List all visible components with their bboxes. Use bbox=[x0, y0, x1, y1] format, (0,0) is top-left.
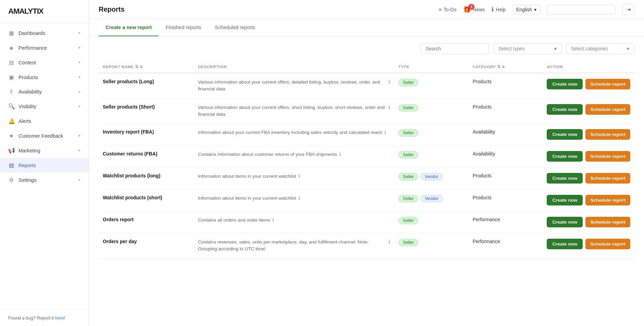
tab-create[interactable]: Create a new report bbox=[99, 19, 159, 36]
schedule-report-button-0[interactable]: Schedule report bbox=[585, 79, 630, 89]
info-icon-2[interactable]: ℹ bbox=[384, 130, 386, 135]
sidebar-item-performance[interactable]: ◈ Performance ▾ bbox=[0, 40, 89, 55]
search-input[interactable] bbox=[421, 43, 489, 54]
report-action-cell-0: Create now Schedule report bbox=[543, 73, 634, 98]
report-type-cell-3: Seller bbox=[394, 146, 469, 167]
todo-button[interactable]: ≡ To-Do bbox=[439, 7, 457, 12]
report-type-cell-7: Seller bbox=[394, 233, 469, 259]
report-desc-3: Contains information about customer retu… bbox=[198, 151, 337, 158]
help-icon: ℹ bbox=[492, 6, 494, 13]
sidebar-item-left-dashboards: ▦ Dashboards bbox=[8, 30, 45, 36]
page-title: Reports bbox=[99, 5, 431, 13]
sidebar-item-content[interactable]: ▤ Content ▾ bbox=[0, 55, 89, 70]
sidebar-label-performance: Performance bbox=[18, 45, 47, 51]
report-action-cell-7: Create now Schedule report bbox=[543, 233, 634, 259]
schedule-report-button-5[interactable]: Schedule report bbox=[585, 195, 630, 205]
report-name-4: Watchlist products (long) bbox=[103, 173, 160, 178]
report-action-cell-4: Create now Schedule report bbox=[543, 167, 634, 189]
action-buttons-7: Create now Schedule report bbox=[547, 239, 630, 249]
info-icon-7[interactable]: ℹ bbox=[388, 239, 390, 244]
select-types-dropdown[interactable]: Select types ▾ bbox=[493, 43, 562, 54]
report-name-cell-0: Seller products (Long) bbox=[99, 73, 194, 98]
report-desc-cell-0: Various information about your current o… bbox=[194, 73, 394, 98]
language-label: English bbox=[516, 7, 532, 12]
schedule-report-button-7[interactable]: Schedule report bbox=[585, 239, 630, 249]
tab-finished[interactable]: Finished reports bbox=[159, 19, 208, 36]
create-now-button-0[interactable]: Create now bbox=[547, 79, 583, 89]
sidebar-label-products: Products bbox=[18, 75, 38, 80]
col-header-name[interactable]: REPORT NAME ⇅ bbox=[99, 61, 194, 73]
sidebar-item-left-visibility: 🔍 Visibility bbox=[8, 103, 36, 110]
sidebar-item-products[interactable]: ▣ Products ▾ bbox=[0, 70, 89, 85]
schedule-report-button-1[interactable]: Schedule report bbox=[585, 104, 630, 115]
info-icon-3[interactable]: ℹ bbox=[339, 152, 341, 157]
sidebar-item-alerts[interactable]: 🔔 Alerts bbox=[0, 114, 89, 128]
bug-report-link[interactable]: here bbox=[55, 315, 64, 321]
action-buttons-5: Create now Schedule report bbox=[547, 195, 630, 205]
col-header-category[interactable]: CATEGORY ⇅ bbox=[469, 61, 543, 73]
report-category-cell-5: Products bbox=[469, 189, 543, 211]
sidebar-item-visibility[interactable]: 🔍 Visibility ▾ bbox=[0, 99, 89, 114]
schedule-report-button-6[interactable]: Schedule report bbox=[585, 217, 630, 227]
report-desc-cell-6: Contains all orders and order-items ℹ bbox=[194, 211, 394, 233]
select-categories-dropdown[interactable]: Select categories ▾ bbox=[566, 43, 634, 54]
report-desc-cell-1: Various information about your current o… bbox=[194, 98, 394, 124]
export-button[interactable]: ⇥ bbox=[622, 4, 634, 15]
sidebar-label-dashboards: Dashboards bbox=[18, 30, 45, 36]
info-icon-4[interactable]: ℹ bbox=[298, 174, 300, 179]
type-badge-seller-0: Seller bbox=[398, 79, 418, 86]
sidebar-item-customer-feedback[interactable]: ★ Customer Feedback ▾ bbox=[0, 128, 89, 143]
sidebar-item-left-products: ▣ Products bbox=[8, 74, 38, 80]
type-badges-0: Seller bbox=[398, 79, 465, 86]
sidebar-chevron-dashboards: ▾ bbox=[78, 31, 80, 35]
info-icon-6[interactable]: ℹ bbox=[272, 217, 274, 223]
sidebar-item-availability[interactable]: 🕯 Availability ▾ bbox=[0, 85, 89, 99]
action-buttons-0: Create now Schedule report bbox=[547, 79, 630, 89]
tab-scheduled[interactable]: Scheduled reports bbox=[208, 19, 262, 36]
sidebar-item-settings[interactable]: ⚙ Settings ▾ bbox=[0, 173, 89, 187]
table-header: REPORT NAME ⇅ DESCRIPTION TYPE CATEGORY … bbox=[99, 61, 634, 73]
sidebar-item-dashboards[interactable]: ▦ Dashboards ▾ bbox=[0, 26, 89, 40]
info-icon-0[interactable]: ℹ bbox=[388, 79, 390, 85]
info-icon-1[interactable]: ℹ bbox=[388, 105, 390, 110]
help-button[interactable]: ℹ Help bbox=[492, 6, 506, 13]
create-now-button-5[interactable]: Create now bbox=[547, 195, 583, 205]
create-now-button-3[interactable]: Create now bbox=[547, 151, 583, 162]
schedule-report-button-3[interactable]: Schedule report bbox=[585, 151, 630, 162]
type-badges-1: Seller bbox=[398, 104, 465, 112]
header-actions: ≡ To-Do 🎁 2 News ℹ Help English ▾ ⇥ bbox=[439, 4, 634, 15]
type-badges-2: Seller bbox=[398, 129, 465, 137]
schedule-report-button-4[interactable]: Schedule report bbox=[585, 173, 630, 184]
language-selector[interactable]: English ▾ bbox=[512, 5, 540, 14]
table-row: Watchlist products (long) Information ab… bbox=[99, 167, 634, 189]
create-now-button-6[interactable]: Create now bbox=[547, 217, 583, 227]
sidebar-label-settings: Settings bbox=[18, 177, 36, 183]
sidebar-chevron-products: ▾ bbox=[78, 75, 80, 79]
create-now-button-2[interactable]: Create now bbox=[547, 129, 583, 140]
report-category-cell-4: Products bbox=[469, 167, 543, 189]
select-types-chevron-icon: ▾ bbox=[554, 46, 557, 51]
schedule-report-button-2[interactable]: Schedule report bbox=[585, 129, 630, 140]
report-category-cell-2: Availability bbox=[469, 124, 543, 146]
header: Reports ≡ To-Do 🎁 2 News ℹ Help English … bbox=[89, 0, 644, 19]
report-desc-cell-3: Contains information about customer retu… bbox=[194, 146, 394, 167]
news-label: News bbox=[473, 7, 485, 12]
report-name-2: Inventory report (FBA) bbox=[103, 129, 154, 135]
create-now-button-7[interactable]: Create now bbox=[547, 239, 583, 249]
table-row: Orders per day Contains revenues, sales,… bbox=[99, 233, 634, 259]
table-row: Watchlist products (short) Information a… bbox=[99, 189, 634, 211]
sidebar-item-reports[interactable]: ▤ Reports bbox=[0, 158, 89, 173]
sidebar-label-alerts: Alerts bbox=[18, 118, 31, 124]
global-search-input[interactable] bbox=[547, 5, 616, 14]
report-category-cell-7: Performance bbox=[469, 233, 543, 259]
sidebar-item-marketing[interactable]: 📢 Marketing ▾ bbox=[0, 143, 89, 158]
news-button[interactable]: 🎁 2 News bbox=[463, 6, 485, 13]
create-now-button-1[interactable]: Create now bbox=[547, 104, 583, 115]
type-badges-3: Seller bbox=[398, 151, 465, 159]
report-desc-2: Information about your current FBA inven… bbox=[198, 129, 382, 136]
sidebar-chevron-customer-feedback: ▾ bbox=[78, 134, 80, 138]
create-now-button-4[interactable]: Create now bbox=[547, 173, 583, 184]
report-action-cell-2: Create now Schedule report bbox=[543, 124, 634, 146]
info-icon-5[interactable]: ℹ bbox=[298, 196, 300, 201]
sidebar-label-visibility: Visibility bbox=[18, 104, 36, 109]
